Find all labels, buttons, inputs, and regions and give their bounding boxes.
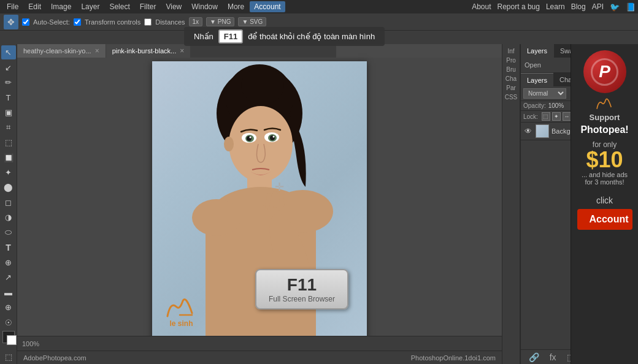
- link-layers-btn[interactable]: 🔗: [526, 351, 542, 363]
- svg-rect-12: [273, 191, 277, 208]
- menu-select[interactable]: Select: [105, 1, 134, 12]
- color-picker[interactable]: ⊕: [1, 256, 16, 270]
- menu-view[interactable]: View: [161, 1, 186, 12]
- left-toolbar: ↖ ↙ ✏ T ▣ ⌗ ⬚ 🔲 ✦ ⬤ ◻ ◑ ⬭ T ⊕ ↗ ▬ ⊕ ☉ ⬚: [0, 44, 17, 364]
- svg-point-21: [273, 135, 275, 137]
- menu-blog[interactable]: Blog: [571, 2, 586, 11]
- lock-position-btn[interactable]: ✦: [552, 112, 561, 121]
- move-tool-btn[interactable]: ✥: [4, 15, 18, 29]
- menu-more[interactable]: More: [223, 1, 248, 12]
- side-label-css[interactable]: CSS: [502, 94, 520, 100]
- resolution-btn[interactable]: 1x: [189, 17, 203, 26]
- transform-controls-checkbox[interactable]: [74, 18, 81, 26]
- menu-window[interactable]: Window: [187, 1, 222, 12]
- tab-bar: heathy-clean-skin-yo... × pink-ink-burst…: [17, 44, 336, 58]
- twitter-icon[interactable]: 🐦: [610, 2, 620, 12]
- side-label-inf[interactable]: Inf: [502, 48, 520, 55]
- menu-image[interactable]: Image: [47, 1, 75, 12]
- f11-overlay: F11 Full Screen Browser: [255, 269, 348, 309]
- background-color[interactable]: [7, 335, 17, 345]
- foreground-color[interactable]: [2, 331, 15, 343]
- tab-layers[interactable]: Layers: [521, 73, 553, 86]
- menu-about[interactable]: About: [472, 2, 491, 11]
- logo-letter: P: [599, 62, 610, 82]
- text-tool[interactable]: T: [1, 90, 16, 104]
- quick-mask-btn[interactable]: ⬚: [1, 350, 16, 364]
- crop-tool[interactable]: ⌗: [1, 120, 16, 134]
- menu-learn[interactable]: Learn: [546, 2, 565, 11]
- tab-history[interactable]: Layers: [521, 44, 554, 58]
- slice-tool[interactable]: ⬚: [1, 135, 16, 150]
- canvas-bottom-bar: 100%: [17, 336, 502, 351]
- side-label-pro[interactable]: Pro: [502, 57, 520, 64]
- blend-mode-select[interactable]: Normal: [523, 88, 566, 99]
- canvas-image: F11 Full Screen Browser le sinh: [152, 61, 367, 346]
- svg-point-22: [224, 137, 234, 151]
- side-label-cha[interactable]: Cha: [502, 75, 520, 82]
- selection-tool[interactable]: ↖: [1, 45, 16, 59]
- direct-selection-tool[interactable]: ↙: [1, 60, 16, 74]
- tab-2[interactable]: pink-ink-burst-black... ×: [106, 44, 191, 58]
- tab-2-name: pink-ink-burst-black...: [112, 47, 177, 55]
- eraser-tool[interactable]: ◻: [1, 195, 16, 210]
- vector-tool[interactable]: ▣: [1, 105, 16, 119]
- zoom-tool[interactable]: ⊕: [1, 300, 16, 314]
- shape-tool[interactable]: ▬: [1, 286, 16, 300]
- f11-key-badge: F11: [218, 29, 243, 44]
- tab-2-close[interactable]: ×: [180, 47, 184, 55]
- ad-account-button[interactable]: Account: [577, 209, 632, 230]
- menu-report[interactable]: Report a bug: [498, 2, 540, 11]
- dodge-tool[interactable]: ⬭: [1, 226, 16, 240]
- hand-tool[interactable]: ☉: [1, 315, 16, 329]
- brand-name: le sinh: [169, 319, 193, 328]
- side-label-bru[interactable]: Bru: [502, 66, 520, 73]
- notification-suffix: để thoát khỏi chế độ toàn màn hình: [248, 32, 375, 41]
- menu-account[interactable]: Account: [250, 1, 285, 12]
- lock-pixels-btn[interactable]: ⬚: [542, 112, 550, 121]
- watermark: le sinh: [164, 298, 198, 328]
- distances-checkbox[interactable]: [144, 18, 152, 26]
- brush-tool[interactable]: ⬤: [1, 180, 16, 194]
- main-layout: ↖ ↙ ✏ T ▣ ⌗ ⬚ 🔲 ✦ ⬤ ◻ ◑ ⬭ T ⊕ ↗ ▬ ⊕ ☉ ⬚ …: [0, 44, 638, 364]
- transform-label: Transform controls: [85, 18, 140, 26]
- lock-label: Lock:: [523, 113, 538, 120]
- pen-tool[interactable]: ✏: [1, 75, 16, 89]
- lock-artboards-btn[interactable]: ↔: [563, 112, 571, 121]
- footer-bar: AdobePhotopea.com PhotoshopOnline.1doi1.…: [17, 351, 502, 364]
- distances-label: Distances: [155, 18, 185, 26]
- menu-api[interactable]: API: [592, 2, 604, 11]
- tab-1-close[interactable]: ×: [95, 47, 99, 55]
- svg-btn[interactable]: ▼ SVG: [238, 17, 266, 26]
- notification-prefix: Nhấn: [194, 32, 213, 41]
- menu-bar: File Edit Image Layer Select Filter View…: [0, 0, 638, 13]
- menu-filter[interactable]: Filter: [136, 1, 161, 12]
- path-select-tool[interactable]: ↗: [1, 270, 16, 284]
- menu-file[interactable]: File: [2, 1, 23, 12]
- healing-tool[interactable]: ✦: [1, 165, 16, 180]
- side-label-par[interactable]: Par: [502, 85, 520, 91]
- menu-edit[interactable]: Edit: [24, 1, 45, 12]
- footer-site2: PhotoshopOnline.1doi1.com: [411, 354, 496, 362]
- text-tool-2[interactable]: T: [1, 240, 16, 254]
- layer-effects-btn[interactable]: fx: [547, 351, 559, 363]
- svg-point-20: [250, 136, 252, 138]
- svg-point-2: [241, 67, 284, 104]
- canvas-bg[interactable]: F11 Full Screen Browser le sinh ✛: [17, 58, 502, 349]
- ad-panel: P Support Photopea! for only $10 ... and…: [571, 44, 638, 364]
- canvas-area: heathy-clean-skin-yo... × pink-ink-burst…: [17, 44, 502, 364]
- facebook-icon[interactable]: 📘: [626, 2, 636, 12]
- gradient-tool[interactable]: ◑: [1, 210, 16, 224]
- tab-1-name: heathy-clean-skin-yo...: [23, 47, 91, 55]
- ad-brand-name: Photopea!: [580, 124, 628, 135]
- png-btn[interactable]: ▼ PNG: [206, 17, 234, 26]
- ad-price: $10: [586, 149, 623, 171]
- layer-eye-icon[interactable]: 👁: [523, 126, 533, 136]
- auto-select-label: Auto-Select:: [33, 18, 70, 26]
- eyedropper-tool[interactable]: 🔲: [1, 150, 16, 164]
- tab-1[interactable]: heathy-clean-skin-yo... ×: [17, 44, 106, 58]
- menu-layer[interactable]: Layer: [77, 1, 104, 12]
- ad-click-text: click: [596, 195, 613, 205]
- footer-site1: AdobePhotopea.com: [23, 354, 86, 362]
- auto-select-checkbox[interactable]: [22, 18, 29, 26]
- brand-logo-icon: [164, 298, 198, 319]
